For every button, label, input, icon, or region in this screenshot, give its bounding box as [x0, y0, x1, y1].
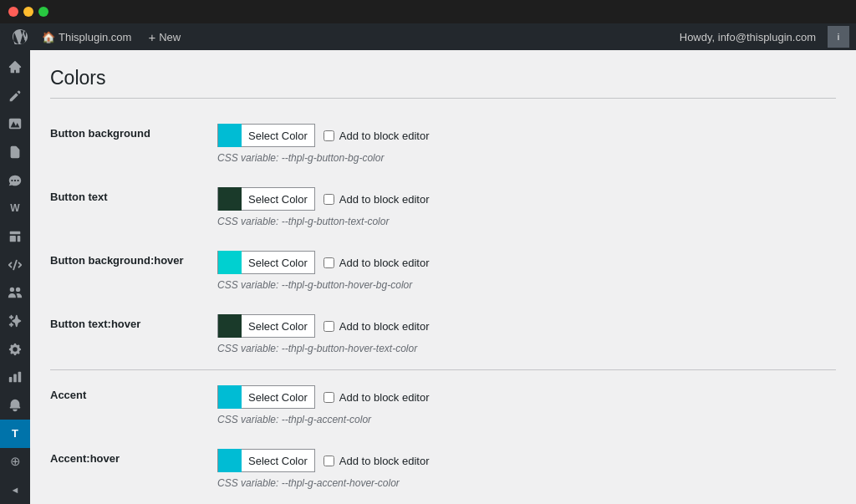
sidebar-icon-settings[interactable]	[0, 335, 30, 364]
sidebar-icon-analytics[interactable]	[0, 364, 30, 392]
add-to-block-checkbox-accent[interactable]	[324, 392, 334, 403]
color-row-accent-hover: Accent:hover Select Color Add to block e…	[50, 437, 836, 501]
content-area: Colors Button background Select Color Ad…	[30, 50, 856, 504]
css-var-button-text: CSS variable: --thpl-g-button-text-color	[217, 216, 836, 227]
sidebar-icon-users[interactable]	[0, 279, 30, 308]
wp-logo[interactable]	[7, 23, 33, 50]
color-picker-button-text[interactable]: Select Color	[217, 187, 315, 211]
new-label: New	[159, 31, 181, 43]
color-swatch-accent-hover	[218, 449, 242, 472]
plus-icon: +	[148, 30, 155, 44]
add-to-block-button-text-hover: Add to block editor	[324, 320, 430, 333]
color-label-button-bg-hover: Button background:hover	[50, 251, 217, 267]
main-layout: W T ⊕ ◄	[0, 50, 856, 504]
divider-1	[50, 369, 836, 370]
title-bar	[0, 0, 856, 23]
color-content-accent-hover: Select Color Add to block editor CSS var…	[217, 449, 836, 489]
css-var-button-bg: CSS variable: --thpl-g-button-bg-color	[217, 152, 836, 164]
new-button[interactable]: + New	[140, 23, 189, 50]
color-picker-accent[interactable]: Select Color	[217, 385, 315, 409]
color-content-button-bg-hover: Select Color Add to block editor CSS var…	[217, 251, 836, 291]
color-picker-accent-hover[interactable]: Select Color	[217, 449, 315, 472]
site-name: Thisplugin.com	[59, 31, 131, 43]
sidebar-icon-posts[interactable]	[0, 82, 30, 110]
add-to-block-checkbox-button-text-hover[interactable]	[324, 321, 334, 332]
add-to-block-checkbox-accent-hover[interactable]	[324, 456, 334, 466]
color-label-accent: Accent	[50, 385, 217, 401]
color-label-accent-hover: Accent:hover	[50, 449, 217, 465]
howdy-text: Howdy, info@thisplugin.com	[673, 31, 823, 43]
sidebar-icon-appearance[interactable]	[0, 222, 30, 251]
add-to-block-checkbox-button-text[interactable]	[324, 194, 334, 205]
color-row-button-bg: Button background Select Color Add to bl…	[50, 112, 836, 176]
maximize-dot[interactable]	[38, 7, 48, 17]
color-content-button-text-hover: Select Color Add to block editor CSS var…	[217, 314, 836, 354]
color-swatch-accent	[218, 385, 242, 409]
css-var-accent: CSS variable: --thpl-g-accent-color	[217, 414, 836, 425]
color-content-button-text: Select Color Add to block editor CSS var…	[217, 187, 836, 227]
color-swatch-button-bg	[218, 124, 242, 147]
sidebar-icon-updates[interactable]: ⊕	[0, 448, 30, 476]
sidebar-icon-thisplugin[interactable]: T	[0, 420, 30, 448]
color-group-buttons: Button background Select Color Add to bl…	[50, 112, 836, 366]
color-swatch-button-text-hover	[218, 314, 242, 338]
sidebar-icon-dashboard[interactable]	[0, 53, 30, 82]
color-picker-button-text-hover[interactable]: Select Color	[217, 314, 315, 338]
color-label-button-bg: Button background	[50, 124, 217, 140]
sidebar-icon-marketing[interactable]	[0, 391, 30, 420]
color-content-accent: Select Color Add to block editor CSS var…	[217, 385, 836, 425]
admin-bar-right: Howdy, info@thisplugin.com i	[673, 26, 849, 48]
color-label-button-text-hover: Button text:hover	[50, 314, 217, 330]
sidebar-icon-pages[interactable]	[0, 138, 30, 166]
color-row-button-text-hover: Button text:hover Select Color Add to bl…	[50, 303, 836, 366]
color-content-button-bg: Select Color Add to block editor CSS var…	[217, 124, 836, 164]
add-to-block-button-text: Add to block editor	[324, 193, 430, 206]
color-group-accent: Accent Select Color Add to block editor …	[50, 374, 836, 501]
admin-bar: 🏠 Thisplugin.com + New Howdy, info@thisp…	[0, 23, 856, 50]
add-to-block-accent: Add to block editor	[324, 391, 430, 404]
add-to-block-button-bg-hover: Add to block editor	[324, 257, 430, 269]
color-picker-button-bg[interactable]: Select Color	[217, 124, 315, 147]
site-link[interactable]: 🏠 Thisplugin.com	[33, 23, 140, 50]
page-title: Colors	[50, 67, 836, 99]
color-row-accent: Accent Select Color Add to block editor …	[50, 374, 836, 437]
user-avatar[interactable]: i	[828, 26, 849, 48]
color-swatch-button-text	[218, 187, 242, 211]
sidebar-icon-collapse[interactable]: ◄	[0, 476, 30, 504]
sidebar: W T ⊕ ◄	[0, 50, 30, 504]
color-swatch-button-bg-hover	[218, 251, 242, 274]
css-var-button-bg-hover: CSS variable: --thpl-g-button-hover-bg-c…	[217, 279, 836, 291]
add-to-block-checkbox-button-bg-hover[interactable]	[324, 257, 334, 268]
sidebar-icon-tools[interactable]	[0, 307, 30, 335]
close-dot[interactable]	[8, 7, 18, 17]
css-var-button-text-hover: CSS variable: --thpl-g-button-hover-text…	[217, 343, 836, 354]
color-row-button-text: Button text Select Color Add to block ed…	[50, 176, 836, 239]
color-label-button-text: Button text	[50, 187, 217, 203]
house-icon: 🏠	[42, 31, 55, 43]
color-picker-button-bg-hover[interactable]: Select Color	[217, 251, 315, 274]
css-var-accent-hover: CSS variable: --thpl-g-accent-hover-colo…	[217, 477, 836, 489]
sidebar-icon-woocommerce[interactable]: W	[0, 194, 30, 222]
add-to-block-checkbox-button-bg[interactable]	[324, 130, 334, 141]
add-to-block-accent-hover: Add to block editor	[324, 455, 430, 467]
minimize-dot[interactable]	[23, 7, 33, 17]
sidebar-icon-plugins[interactable]	[0, 251, 30, 279]
sidebar-icon-media[interactable]	[0, 109, 30, 138]
sidebar-icon-comments[interactable]	[0, 166, 30, 195]
add-to-block-button-bg: Add to block editor	[324, 130, 430, 142]
color-row-button-bg-hover: Button background:hover Select Color Add…	[50, 239, 836, 303]
